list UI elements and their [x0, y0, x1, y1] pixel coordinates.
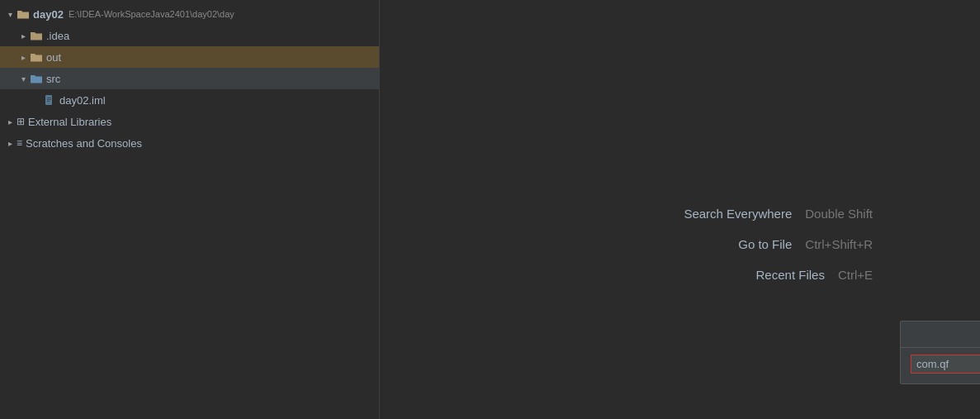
tree-root-item[interactable]: day02 E:\IDEA-WorkSpaceJava2401\day02\da… [0, 3, 379, 25]
out-folder-icon [30, 50, 43, 64]
dialog-body: Drop files here to open them... [901, 348, 980, 383]
search-everywhere-label: Search Everywhere [684, 207, 792, 221]
tree-item-scratches[interactable]: ≡ Scratches and Consoles [0, 132, 379, 154]
src-arrow-icon [17, 72, 30, 85]
new-package-dialog: New Package Drop files here to open them… [900, 321, 980, 384]
tree-item-out[interactable]: out [0, 46, 379, 68]
iml-label: day02.iml [59, 94, 106, 107]
go-to-file-row: Go to File Ctrl+Shift+R [738, 237, 873, 251]
ext-lib-label: External Libraries [28, 116, 111, 128]
shortcuts-panel: Search Everywhere Double Shift Go to Fil… [684, 207, 873, 282]
recent-files-key: Ctrl+E [838, 268, 873, 282]
main-area: Search Everywhere Double Shift Go to Fil… [380, 0, 980, 419]
recent-files-label: Recent Files [756, 268, 825, 282]
tree-item-iml[interactable]: day02.iml [0, 89, 379, 111]
search-everywhere-row: Search Everywhere Double Shift [684, 207, 873, 221]
iml-file-icon [43, 93, 56, 107]
search-everywhere-key: Double Shift [805, 207, 873, 221]
out-arrow-icon [17, 50, 30, 64]
recent-files-row: Recent Files Ctrl+E [756, 268, 873, 282]
go-to-file-label: Go to File [738, 237, 792, 251]
root-arrow-icon [3, 7, 17, 21]
tree-item-external-libraries[interactable]: ⊞ External Libraries [0, 111, 379, 132]
dialog-title-bar: New Package [901, 321, 980, 348]
src-folder-icon [30, 72, 43, 85]
svg-rect-1 [47, 98, 51, 98]
idea-folder-icon [30, 29, 43, 42]
root-folder-icon [17, 7, 30, 21]
tree-item-idea[interactable]: .idea [0, 25, 379, 46]
idea-arrow-icon [17, 29, 30, 42]
out-label: out [46, 51, 61, 64]
svg-rect-3 [47, 101, 50, 102]
scratches-arrow-icon [3, 136, 17, 150]
tree-item-src[interactable]: src [0, 68, 379, 89]
package-name-input[interactable] [911, 355, 980, 374]
ext-arrow-icon [3, 115, 17, 128]
svg-rect-2 [47, 99, 51, 100]
scratches-icon: ≡ [17, 137, 22, 149]
project-sidebar: day02 E:\IDEA-WorkSpaceJava2401\day02\da… [0, 0, 380, 419]
idea-label: .idea [46, 30, 69, 42]
go-to-file-key: Ctrl+Shift+R [805, 237, 873, 251]
scratches-label: Scratches and Consoles [26, 137, 142, 150]
root-label: day02 [33, 8, 64, 21]
src-label: src [46, 73, 60, 85]
ext-lib-icon: ⊞ [17, 116, 25, 127]
root-path: E:\IDEA-WorkSpaceJava2401\day02\day [69, 9, 234, 19]
